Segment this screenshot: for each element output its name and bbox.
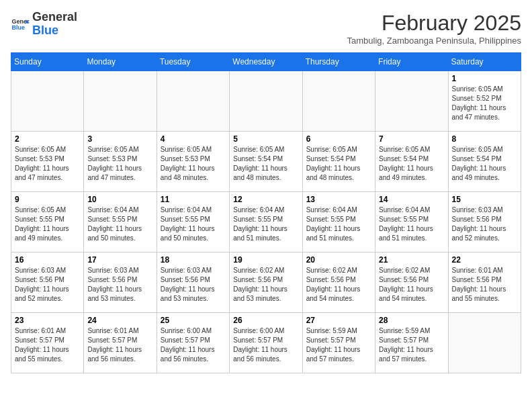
- logo-icon: General Blue: [11, 15, 30, 34]
- svg-text:Blue: Blue: [11, 24, 25, 31]
- day-info: Sunrise: 6:02 AM Sunset: 5:56 PM Dayligh…: [233, 266, 298, 304]
- day-number: 6: [306, 134, 371, 144]
- day-info: Sunrise: 6:04 AM Sunset: 5:55 PM Dayligh…: [306, 205, 371, 243]
- calendar-cell: 27Sunrise: 5:59 AM Sunset: 5:57 PM Dayli…: [302, 313, 375, 373]
- day-number: 16: [15, 255, 80, 265]
- calendar-cell: [302, 71, 375, 132]
- day-number: 22: [452, 255, 517, 265]
- day-info: Sunrise: 6:05 AM Sunset: 5:52 PM Dayligh…: [452, 85, 517, 122]
- day-info: Sunrise: 5:59 AM Sunset: 5:57 PM Dayligh…: [306, 326, 371, 364]
- day-info: Sunrise: 6:04 AM Sunset: 5:55 PM Dayligh…: [379, 205, 444, 243]
- day-number: 24: [87, 316, 152, 325]
- day-number: 26: [233, 316, 298, 325]
- day-info: Sunrise: 6:03 AM Sunset: 5:56 PM Dayligh…: [452, 205, 517, 243]
- calendar-cell: 16Sunrise: 6:03 AM Sunset: 5:56 PM Dayli…: [11, 253, 84, 313]
- calendar-cell: 13Sunrise: 6:04 AM Sunset: 5:55 PM Dayli…: [302, 192, 375, 253]
- week-row-2: 2Sunrise: 6:05 AM Sunset: 5:53 PM Daylig…: [11, 132, 521, 192]
- calendar-cell: 14Sunrise: 6:04 AM Sunset: 5:55 PM Dayli…: [375, 192, 448, 253]
- day-number: 23: [15, 316, 80, 325]
- day-header-sunday: Sunday: [11, 53, 84, 71]
- week-row-4: 16Sunrise: 6:03 AM Sunset: 5:56 PM Dayli…: [11, 253, 521, 313]
- calendar-cell: 1Sunrise: 6:05 AM Sunset: 5:52 PM Daylig…: [448, 71, 521, 132]
- calendar-cell: [84, 71, 157, 132]
- day-number: 13: [306, 195, 371, 204]
- day-header-friday: Friday: [375, 53, 448, 71]
- day-info: Sunrise: 6:05 AM Sunset: 5:54 PM Dayligh…: [379, 145, 444, 183]
- day-info: Sunrise: 5:59 AM Sunset: 5:57 PM Dayligh…: [379, 326, 444, 364]
- calendar-cell: 20Sunrise: 6:02 AM Sunset: 5:56 PM Dayli…: [302, 253, 375, 313]
- month-title: February 2025: [347, 11, 521, 36]
- day-info: Sunrise: 6:01 AM Sunset: 5:57 PM Dayligh…: [87, 326, 152, 364]
- day-number: 20: [306, 255, 371, 265]
- day-number: 19: [233, 255, 298, 265]
- day-number: 8: [452, 134, 517, 144]
- day-number: 28: [379, 316, 444, 325]
- calendar-cell: 12Sunrise: 6:04 AM Sunset: 5:55 PM Dayli…: [230, 192, 302, 253]
- day-number: 14: [379, 195, 444, 204]
- day-number: 15: [452, 195, 517, 204]
- calendar-cell: 5Sunrise: 6:05 AM Sunset: 5:54 PM Daylig…: [230, 132, 302, 192]
- day-number: 7: [379, 134, 444, 144]
- day-info: Sunrise: 6:01 AM Sunset: 5:56 PM Dayligh…: [452, 266, 517, 304]
- calendar-cell: 24Sunrise: 6:01 AM Sunset: 5:57 PM Dayli…: [84, 313, 157, 373]
- day-number: 10: [87, 195, 152, 204]
- calendar-cell: 2Sunrise: 6:05 AM Sunset: 5:53 PM Daylig…: [11, 132, 84, 192]
- day-info: Sunrise: 6:05 AM Sunset: 5:53 PM Dayligh…: [87, 145, 152, 183]
- day-number: 27: [306, 316, 371, 325]
- day-number: 21: [379, 255, 444, 265]
- calendar-cell: 21Sunrise: 6:02 AM Sunset: 5:56 PM Dayli…: [375, 253, 448, 313]
- calendar-table: SundayMondayTuesdayWednesdayThursdayFrid…: [11, 52, 521, 373]
- day-info: Sunrise: 6:03 AM Sunset: 5:56 PM Dayligh…: [161, 266, 226, 304]
- day-number: 4: [161, 134, 226, 144]
- calendar-cell: 28Sunrise: 5:59 AM Sunset: 5:57 PM Dayli…: [375, 313, 448, 373]
- day-info: Sunrise: 6:00 AM Sunset: 5:57 PM Dayligh…: [161, 326, 226, 364]
- calendar-cell: [230, 71, 302, 132]
- location: Tambulig, Zamboanga Peninsula, Philippin…: [347, 36, 521, 46]
- day-number: 25: [161, 316, 226, 325]
- calendar-cell: 10Sunrise: 6:04 AM Sunset: 5:55 PM Dayli…: [84, 192, 157, 253]
- calendar-cell: 15Sunrise: 6:03 AM Sunset: 5:56 PM Dayli…: [448, 192, 521, 253]
- week-row-3: 9Sunrise: 6:05 AM Sunset: 5:55 PM Daylig…: [11, 192, 521, 253]
- calendar-cell: 22Sunrise: 6:01 AM Sunset: 5:56 PM Dayli…: [448, 253, 521, 313]
- day-info: Sunrise: 6:05 AM Sunset: 5:54 PM Dayligh…: [452, 145, 517, 183]
- day-number: 3: [87, 134, 152, 144]
- day-number: 1: [452, 74, 517, 83]
- calendar-cell: 23Sunrise: 6:01 AM Sunset: 5:57 PM Dayli…: [11, 313, 84, 373]
- day-header-monday: Monday: [84, 53, 157, 71]
- calendar-cell: [11, 71, 84, 132]
- calendar-cell: 4Sunrise: 6:05 AM Sunset: 5:53 PM Daylig…: [157, 132, 229, 192]
- day-info: Sunrise: 6:02 AM Sunset: 5:56 PM Dayligh…: [379, 266, 444, 304]
- day-number: 9: [15, 195, 80, 204]
- calendar-cell: 25Sunrise: 6:00 AM Sunset: 5:57 PM Dayli…: [157, 313, 229, 373]
- calendar-cell: 7Sunrise: 6:05 AM Sunset: 5:54 PM Daylig…: [375, 132, 448, 192]
- day-header-tuesday: Tuesday: [157, 53, 229, 71]
- calendar-cell: 9Sunrise: 6:05 AM Sunset: 5:55 PM Daylig…: [11, 192, 84, 253]
- day-number: 11: [161, 195, 226, 204]
- day-info: Sunrise: 6:03 AM Sunset: 5:56 PM Dayligh…: [15, 266, 80, 304]
- day-number: 5: [233, 134, 298, 144]
- day-info: Sunrise: 6:04 AM Sunset: 5:55 PM Dayligh…: [233, 205, 298, 243]
- day-info: Sunrise: 6:03 AM Sunset: 5:56 PM Dayligh…: [87, 266, 152, 304]
- day-info: Sunrise: 6:00 AM Sunset: 5:57 PM Dayligh…: [233, 326, 298, 364]
- day-info: Sunrise: 6:02 AM Sunset: 5:56 PM Dayligh…: [306, 266, 371, 304]
- day-info: Sunrise: 6:05 AM Sunset: 5:54 PM Dayligh…: [306, 145, 371, 183]
- day-info: Sunrise: 6:04 AM Sunset: 5:55 PM Dayligh…: [161, 205, 226, 243]
- day-info: Sunrise: 6:05 AM Sunset: 5:53 PM Dayligh…: [161, 145, 226, 183]
- day-header-wednesday: Wednesday: [230, 53, 302, 71]
- logo-text: General Blue: [32, 11, 77, 38]
- calendar-cell: [157, 71, 229, 132]
- week-row-5: 23Sunrise: 6:01 AM Sunset: 5:57 PM Dayli…: [11, 313, 521, 373]
- calendar-cell: [448, 313, 521, 373]
- calendar-cell: 8Sunrise: 6:05 AM Sunset: 5:54 PM Daylig…: [448, 132, 521, 192]
- day-number: 2: [15, 134, 80, 144]
- calendar-cell: 11Sunrise: 6:04 AM Sunset: 5:55 PM Dayli…: [157, 192, 229, 253]
- page-header: General Blue General Blue February 2025 …: [11, 11, 521, 46]
- day-header-thursday: Thursday: [302, 53, 375, 71]
- logo: General Blue General Blue: [11, 11, 77, 38]
- day-info: Sunrise: 6:05 AM Sunset: 5:54 PM Dayligh…: [233, 145, 298, 183]
- day-info: Sunrise: 6:04 AM Sunset: 5:55 PM Dayligh…: [87, 205, 152, 243]
- day-info: Sunrise: 6:05 AM Sunset: 5:53 PM Dayligh…: [15, 145, 80, 183]
- calendar-cell: [375, 71, 448, 132]
- day-info: Sunrise: 6:01 AM Sunset: 5:57 PM Dayligh…: [15, 326, 80, 364]
- week-row-1: 1Sunrise: 6:05 AM Sunset: 5:52 PM Daylig…: [11, 71, 521, 132]
